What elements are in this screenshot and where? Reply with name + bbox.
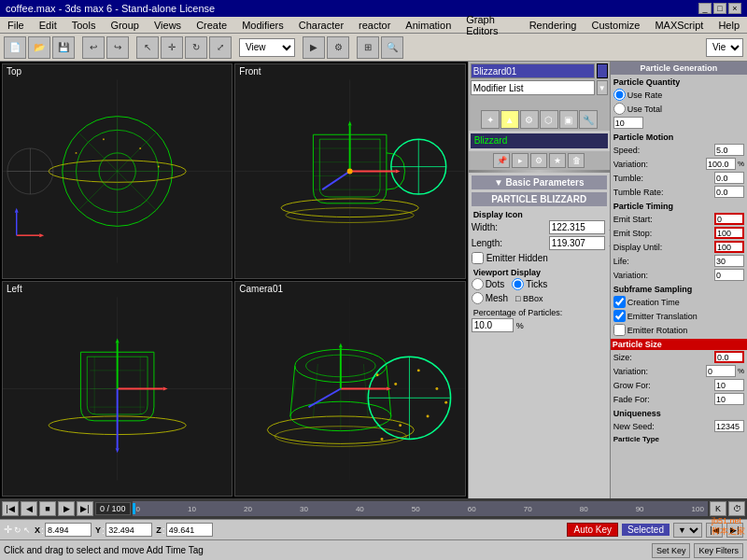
- emitter-translation-checkbox[interactable]: [613, 310, 626, 322]
- tumble-rate-input[interactable]: [714, 186, 744, 198]
- menu-animation[interactable]: Animation: [402, 19, 455, 32]
- pin-icon[interactable]: 📌: [493, 153, 510, 168]
- prev-key-button[interactable]: |◀: [706, 523, 723, 538]
- use-rate-label[interactable]: Use Rate: [613, 89, 663, 101]
- variation-motion-input[interactable]: [706, 158, 736, 170]
- mesh-option[interactable]: Mesh: [472, 292, 508, 304]
- zoom-extents[interactable]: ⊞: [357, 36, 379, 59]
- move-button[interactable]: ✛: [161, 36, 183, 59]
- trash-icon[interactable]: 🗑: [568, 153, 585, 168]
- render-button[interactable]: ▶: [303, 36, 325, 59]
- create-icon[interactable]: ✦: [481, 110, 500, 129]
- ticks-radio[interactable]: [512, 278, 524, 290]
- size-variation-input[interactable]: [706, 365, 736, 377]
- viewport-left[interactable]: Left: [2, 281, 233, 497]
- redo-button[interactable]: ↪: [106, 36, 129, 59]
- close-button[interactable]: ×: [728, 3, 741, 14]
- undo-button[interactable]: ↩: [82, 36, 105, 59]
- quantity-input[interactable]: [613, 117, 643, 129]
- menu-maxscript[interactable]: MAXScript: [651, 19, 707, 32]
- play-backward-button[interactable]: ◀: [21, 501, 37, 516]
- menu-views[interactable]: Views: [150, 19, 185, 32]
- auto-key-button[interactable]: Auto Key: [567, 523, 618, 537]
- variation-timing-input[interactable]: [714, 269, 744, 281]
- display-icon[interactable]: ▣: [559, 110, 578, 129]
- viewport-camera[interactable]: Camera01: [234, 281, 465, 497]
- tumble-input[interactable]: [714, 172, 744, 184]
- emitter-rotation-label[interactable]: Emitter Rotation: [613, 324, 688, 336]
- emit-start-input[interactable]: [714, 213, 744, 225]
- emitter-hidden-checkbox[interactable]: [472, 252, 484, 264]
- x-input[interactable]: [45, 523, 92, 537]
- length-input[interactable]: [549, 236, 605, 250]
- key-filters-button[interactable]: Key Filters: [694, 543, 743, 558]
- use-rate-radio[interactable]: [613, 89, 626, 101]
- z-input[interactable]: [166, 523, 213, 537]
- minimize-button[interactable]: _: [698, 3, 712, 14]
- display-until-input[interactable]: [714, 241, 744, 253]
- emitter-translation-label[interactable]: Emitter Translation: [613, 310, 698, 322]
- menu-modifiers[interactable]: Modifiers: [238, 19, 288, 32]
- emit-stop-input[interactable]: [714, 227, 744, 239]
- timeline-track[interactable]: 010203040 5060708090100: [133, 501, 708, 516]
- play-forward-button[interactable]: ▶: [58, 501, 75, 516]
- menu-customize[interactable]: Customize: [587, 19, 643, 32]
- grow-for-input[interactable]: [714, 379, 744, 391]
- next-key-button[interactable]: ▶|: [726, 523, 743, 538]
- view-dropdown-right[interactable]: View: [706, 38, 743, 57]
- select-button[interactable]: ↖: [136, 36, 159, 59]
- prev-frame-button[interactable]: |◀: [2, 501, 19, 516]
- creation-time-label[interactable]: Creation Time: [613, 296, 680, 308]
- modifier-list-arrow[interactable]: ▼: [597, 80, 608, 95]
- blizzard-modifier[interactable]: Blizzard: [471, 133, 608, 148]
- y-input[interactable]: [106, 523, 152, 537]
- star-icon[interactable]: ★: [549, 153, 566, 168]
- mesh-radio[interactable]: [472, 292, 484, 304]
- emitter-rotation-checkbox[interactable]: [613, 324, 626, 336]
- menu-rendering[interactable]: Rendering: [526, 19, 581, 32]
- arrow-icon[interactable]: ▸: [512, 153, 529, 168]
- modifier-list-input[interactable]: [471, 80, 595, 95]
- object-name-input[interactable]: [471, 63, 595, 78]
- scale-button[interactable]: ⤢: [209, 36, 232, 59]
- motion-icon[interactable]: ⬡: [540, 110, 558, 129]
- rotate-button[interactable]: ↻: [185, 36, 207, 59]
- width-input[interactable]: [549, 220, 605, 234]
- zoom-in[interactable]: 🔍: [381, 36, 403, 59]
- selected-dropdown[interactable]: ▼: [673, 523, 702, 538]
- ticks-option[interactable]: Ticks: [512, 278, 547, 290]
- maximize-button[interactable]: □: [713, 3, 726, 14]
- color-swatch[interactable]: [597, 63, 608, 78]
- menu-file[interactable]: File: [4, 19, 28, 32]
- use-total-radio[interactable]: [613, 103, 626, 115]
- menu-character[interactable]: Character: [295, 19, 347, 32]
- menu-graph-editors[interactable]: Graph Editors: [462, 13, 517, 37]
- creation-time-checkbox[interactable]: [613, 296, 626, 308]
- config-icon[interactable]: ⚙: [530, 153, 547, 168]
- key-mode-button[interactable]: K: [710, 501, 726, 516]
- use-total-label[interactable]: Use Total: [613, 103, 662, 115]
- stop-button[interactable]: ■: [39, 501, 56, 516]
- dots-option[interactable]: Dots: [472, 278, 505, 290]
- size-input[interactable]: [714, 351, 744, 363]
- modify-icon active[interactable]: ▲: [500, 110, 519, 129]
- life-input[interactable]: [714, 255, 744, 267]
- dots-radio[interactable]: [472, 278, 484, 290]
- menu-tools[interactable]: Tools: [68, 19, 100, 32]
- render-settings[interactable]: ⚙: [327, 36, 349, 59]
- menu-create[interactable]: Create: [192, 19, 231, 32]
- time-config-button[interactable]: ⏱: [728, 501, 745, 516]
- viewport-front[interactable]: Front: [234, 63, 465, 279]
- open-button[interactable]: 📂: [28, 36, 50, 59]
- new-seed-input[interactable]: [714, 420, 744, 432]
- viewport-top[interactable]: Top: [2, 63, 233, 279]
- next-frame-button[interactable]: ▶|: [77, 501, 93, 516]
- hierarchy-icon[interactable]: ⚙: [520, 110, 539, 129]
- fade-for-input[interactable]: [714, 393, 744, 405]
- percentage-input[interactable]: [472, 318, 514, 332]
- menu-edit[interactable]: Edit: [35, 19, 61, 32]
- menu-help[interactable]: Help: [714, 19, 743, 32]
- utilities-icon[interactable]: 🔧: [579, 110, 598, 129]
- menu-group[interactable]: Group: [106, 19, 143, 32]
- new-button[interactable]: 📄: [4, 36, 26, 59]
